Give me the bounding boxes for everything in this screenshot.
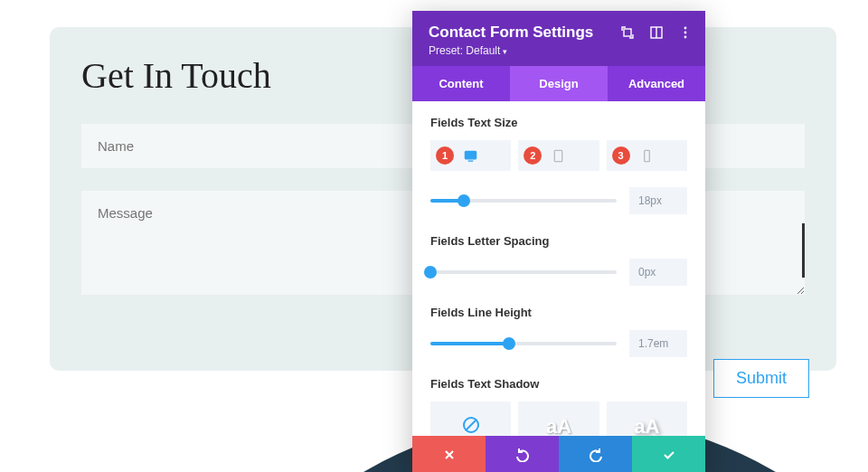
device-phone[interactable]: 3 <box>607 140 687 171</box>
svg-rect-0 <box>624 29 631 36</box>
text-size-label: Fields Text Size <box>430 116 687 129</box>
tab-design[interactable]: Design <box>510 66 608 101</box>
device-tablet[interactable]: 2 <box>518 140 599 171</box>
panel-header: Contact Form Settings Preset: Default <box>412 11 705 66</box>
device-desktop[interactable]: 1 <box>430 140 511 171</box>
more-icon[interactable] <box>678 25 693 40</box>
panel-footer <box>412 436 705 472</box>
letter-spacing-value[interactable]: 0px <box>629 259 687 286</box>
text-shadow-label: Fields Text Shadow <box>430 377 687 391</box>
badge-1: 1 <box>436 146 454 165</box>
line-height-slider[interactable] <box>430 342 617 345</box>
save-button[interactable] <box>632 436 705 472</box>
svg-point-4 <box>684 32 687 34</box>
preset-selector[interactable]: Preset: Default <box>429 44 689 57</box>
undo-button[interactable] <box>486 436 559 472</box>
line-height-value[interactable]: 1.7em <box>629 330 687 357</box>
text-size-row: 18px <box>430 187 687 214</box>
settings-panel: Contact Form Settings Preset: Default Co… <box>412 11 705 472</box>
submit-button[interactable]: Submit <box>713 359 809 398</box>
svg-rect-7 <box>555 150 562 161</box>
tab-advanced[interactable]: Advanced <box>608 66 705 101</box>
svg-line-10 <box>466 420 476 430</box>
letter-spacing-row: 0px <box>430 259 687 286</box>
letter-spacing-label: Fields Letter Spacing <box>430 234 687 248</box>
text-size-slider[interactable] <box>430 199 617 203</box>
letter-spacing-slider[interactable] <box>430 270 617 274</box>
shadow-light[interactable]: aA <box>518 401 599 436</box>
svg-rect-8 <box>645 150 650 161</box>
text-shadow-row: aA aA <box>430 401 687 436</box>
slider-thumb[interactable] <box>458 194 470 207</box>
badge-2: 2 <box>524 146 542 165</box>
dock-icon[interactable] <box>649 25 664 40</box>
badge-3: 3 <box>612 146 630 165</box>
svg-point-3 <box>684 27 687 30</box>
cancel-button[interactable] <box>412 436 486 472</box>
svg-point-5 <box>684 36 687 39</box>
shadow-none[interactable] <box>430 401 511 436</box>
none-icon <box>461 415 481 437</box>
svg-rect-6 <box>466 151 476 158</box>
tab-bar: Content Design Advanced <box>412 66 705 101</box>
resize-indicator <box>802 223 805 278</box>
expand-icon[interactable] <box>620 25 635 40</box>
slider-thumb[interactable] <box>424 266 437 278</box>
tab-content[interactable]: Content <box>412 66 510 101</box>
redo-button[interactable] <box>559 436 632 472</box>
text-size-value[interactable]: 18px <box>629 187 687 214</box>
panel-body: Fields Text Size 1 2 3 18px Fields <box>412 101 705 436</box>
shadow-medium[interactable]: aA <box>607 401 687 436</box>
line-height-row: 1.7em <box>430 330 687 357</box>
device-row: 1 2 3 <box>430 140 687 171</box>
slider-thumb[interactable] <box>503 337 515 350</box>
line-height-label: Fields Line Height <box>430 306 687 319</box>
header-actions <box>620 25 693 40</box>
